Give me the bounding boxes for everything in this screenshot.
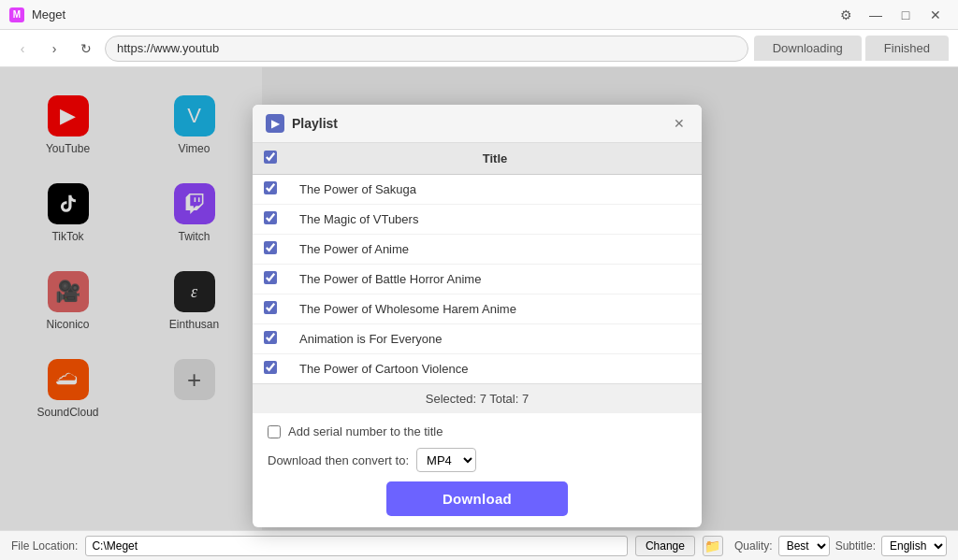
window-controls: ⚙ — □ ✕ <box>833 2 949 28</box>
row-title: The Power of Anime <box>288 235 702 265</box>
row-checkbox-cell <box>253 294 288 324</box>
table-row: The Power of Wholesome Harem Anime <box>253 294 702 324</box>
dialog-title: Playlist <box>292 116 662 131</box>
table-row: The Power of Sakuga <box>253 175 702 205</box>
row-title: The Magic of VTubers <box>288 205 702 235</box>
dialog-footer: Add serial number to the title Download … <box>253 413 702 527</box>
row-checkbox[interactable] <box>264 331 277 344</box>
serial-label: Add serial number to the title <box>288 424 443 438</box>
dialog-header: ▶ Playlist ✕ <box>253 105 702 143</box>
tab-finished[interactable]: Finished <box>865 36 949 61</box>
nav-bar: ‹ › ↻ Downloading Finished <box>0 30 958 67</box>
serial-row: Add serial number to the title <box>268 424 687 438</box>
subtitle-select[interactable]: English <box>881 536 947 556</box>
subtitle-label: Subtitle: <box>835 539 876 553</box>
app-title: Meget <box>32 7 833 22</box>
row-checkbox[interactable] <box>264 181 277 194</box>
table-row: The Power of Battle Horror Anime <box>253 265 702 294</box>
back-button[interactable]: ‹ <box>9 36 36 62</box>
file-location-label: File Location: <box>11 539 78 553</box>
playlist-dialog: ▶ Playlist ✕ Title <box>253 105 702 527</box>
row-checkbox[interactable] <box>264 301 277 314</box>
maximize-button[interactable]: □ <box>893 2 919 28</box>
convert-select[interactable]: MP4MKVAVIMOVMP3 <box>416 448 476 472</box>
row-title: Animation is For Everyone <box>288 324 702 354</box>
bottom-bar: File Location: Change 📁 Quality: Best Su… <box>0 530 958 560</box>
row-title: The Power of Sakuga <box>288 175 702 205</box>
file-location-bar: File Location: Change 📁 <box>11 536 723 556</box>
row-checkbox-cell <box>253 235 288 265</box>
row-checkbox-cell <box>253 175 288 205</box>
table-row: The Power of Anime <box>253 235 702 265</box>
row-checkbox-cell <box>253 354 288 384</box>
header-checkbox-cell <box>253 143 288 175</box>
row-checkbox-cell <box>253 265 288 294</box>
playlist-summary: Selected: 7 Total: 7 <box>253 383 702 413</box>
table-header-row: Title <box>253 143 702 175</box>
table-row: The Power of Cartoon Violence <box>253 354 702 384</box>
minimize-button[interactable]: — <box>863 2 889 28</box>
forward-button[interactable]: › <box>41 36 67 62</box>
settings-button[interactable]: ⚙ <box>833 2 859 28</box>
row-checkbox-cell <box>253 205 288 235</box>
quality-select[interactable]: Best <box>778 536 830 556</box>
row-checkbox[interactable] <box>264 211 277 224</box>
serial-number-checkbox[interactable] <box>268 425 281 438</box>
title-bar: M Meget ⚙ — □ ✕ <box>0 0 958 30</box>
table-row: The Magic of VTubers <box>253 205 702 235</box>
row-title: The Power of Cartoon Violence <box>288 354 702 384</box>
row-checkbox[interactable] <box>264 271 277 284</box>
header-title-cell: Title <box>288 143 702 175</box>
dialog-close-button[interactable]: ✕ <box>670 114 689 133</box>
reload-button[interactable]: ↻ <box>73 36 99 62</box>
tab-downloading[interactable]: Downloading <box>754 36 862 61</box>
row-checkbox[interactable] <box>264 241 277 254</box>
app-icon: M <box>9 7 24 22</box>
address-input[interactable] <box>105 36 748 62</box>
select-all-checkbox[interactable] <box>264 151 277 164</box>
folder-icon[interactable]: 📁 <box>703 536 723 556</box>
row-title: The Power of Battle Horror Anime <box>288 265 702 294</box>
row-checkbox[interactable] <box>264 361 277 374</box>
row-title: The Power of Wholesome Harem Anime <box>288 294 702 324</box>
convert-row: Download then convert to: MP4MKVAVIMOVMP… <box>268 448 687 472</box>
modal-overlay: ▶ Playlist ✕ Title <box>0 67 958 530</box>
convert-label: Download then convert to: <box>268 453 409 467</box>
playlist-table-wrapper: Title The Power of Sakuga The Magic of V… <box>253 143 702 383</box>
row-checkbox-cell <box>253 324 288 354</box>
quality-section: Quality: Best Subtitle: English <box>734 536 947 556</box>
close-button[interactable]: ✕ <box>922 2 949 28</box>
file-location-input[interactable] <box>85 536 628 556</box>
playlist-table: Title The Power of Sakuga The Magic of V… <box>253 143 702 383</box>
dialog-logo-icon: ▶ <box>266 114 284 133</box>
table-row: Animation is For Everyone <box>253 324 702 354</box>
quality-label: Quality: <box>734 539 773 553</box>
change-button[interactable]: Change <box>635 536 695 556</box>
download-button[interactable]: Download <box>386 481 568 516</box>
